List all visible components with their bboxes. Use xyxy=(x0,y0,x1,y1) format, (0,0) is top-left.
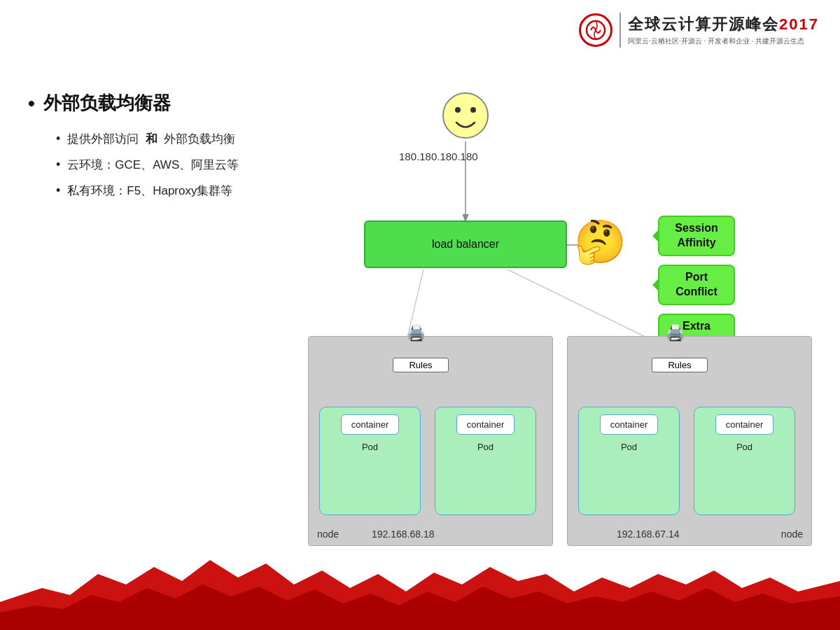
smiley-face xyxy=(441,91,490,140)
pod3-label: Pod xyxy=(621,442,637,452)
thinking-emoji: 🤔 xyxy=(574,217,626,267)
pod2: container Pod xyxy=(435,407,536,515)
svg-point-15 xyxy=(470,107,476,113)
ip-top-label: 180.180.180.180 xyxy=(399,150,478,162)
pod2-label: Pod xyxy=(477,442,493,452)
sub-bullet-2: 云环境：GCE、AWS、阿里云等 xyxy=(28,157,322,173)
rules-box-1: Rules xyxy=(393,358,449,372)
sub-bullet-3: 私有环境：F5、Haproxy集群等 xyxy=(28,183,322,199)
container4: container xyxy=(715,414,774,435)
brand-sub: 阿里云·云栖社区·开源云 · 开发者和企业 · 共建开源云生态 xyxy=(628,36,804,46)
node1-box: 🖨️ Rules container Pod container Pod nod… xyxy=(308,336,553,546)
brand-name: 全球云计算开源峰会2017 xyxy=(628,14,819,35)
bullets-section: 外部负载均衡器 提供外部访问 和 外部负载均衡 云环境：GCE、AWS、阿里云等… xyxy=(28,91,322,209)
net-icon-1: 🖨️ xyxy=(407,324,426,342)
container2: container xyxy=(456,414,514,435)
load-balancer-box: load balancer xyxy=(364,220,567,268)
session-affinity-bubble: Session Affinity xyxy=(658,216,735,256)
sub-bullet-1: 提供外部访问 和 外部负载均衡 xyxy=(28,131,322,147)
container1: container xyxy=(341,414,399,435)
pod3: container Pod xyxy=(578,407,680,515)
svg-point-14 xyxy=(455,107,461,113)
pod4-label: Pod xyxy=(736,442,752,452)
svg-point-13 xyxy=(443,93,488,138)
logo-text-block: 全球云计算开源峰会2017 阿里云·云栖社区·开源云 · 开发者和企业 · 共建… xyxy=(628,14,819,46)
net-icon-2: 🖨️ xyxy=(666,324,685,342)
diagram: 180.180.180.180 load balancer 🤔 Session … xyxy=(301,91,819,539)
node2-box: 🖨️ Rules container Pod container Pod nod… xyxy=(567,336,812,546)
pod1: container Pod xyxy=(319,407,421,515)
header: 全球云计算开源峰会2017 阿里云·云栖社区·开源云 · 开发者和企业 · 共建… xyxy=(579,13,819,48)
logo-icon xyxy=(579,13,612,47)
mountain-decoration xyxy=(0,546,840,630)
svg-line-4 xyxy=(507,270,658,343)
port-conflict-bubble: Port Conflict xyxy=(658,265,735,305)
node1-ip: 192.168.68.18 xyxy=(372,528,435,540)
node2-ip: 192.168.67.14 xyxy=(617,528,680,540)
container3: container xyxy=(600,414,658,435)
logo-divider xyxy=(620,13,621,48)
pod1-label: Pod xyxy=(362,442,378,452)
node1-label: node xyxy=(317,528,339,540)
rules-box-2: Rules xyxy=(652,358,708,372)
main-bullet: 外部负载均衡器 xyxy=(28,91,322,115)
node2-label: node xyxy=(781,528,803,540)
pod4: container Pod xyxy=(694,407,795,515)
